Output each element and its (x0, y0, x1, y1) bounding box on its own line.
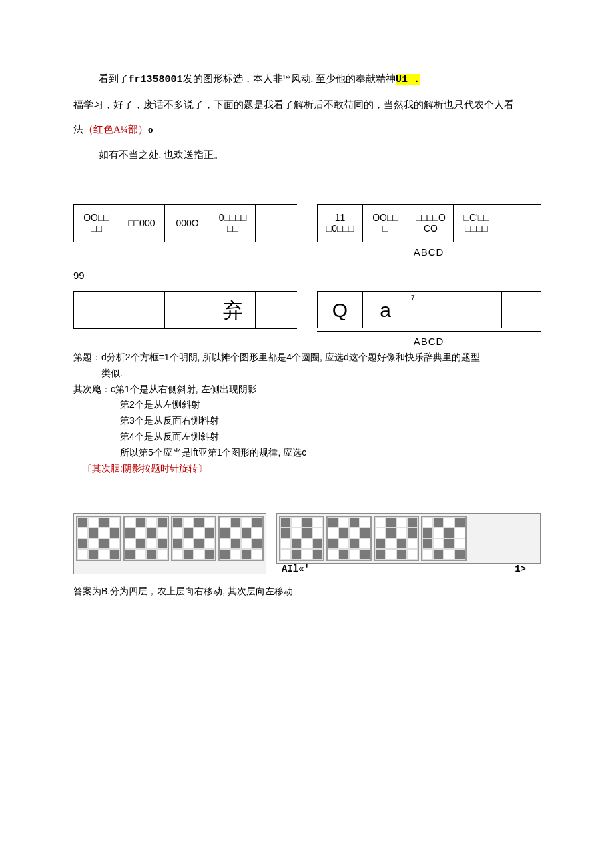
intro-line-4: 如有不当之处. 也欢送指正。 (73, 143, 541, 168)
box (164, 292, 210, 328)
grid (279, 516, 324, 561)
ann-left: AIl«' (282, 564, 310, 574)
abcd-label: ABCD (317, 336, 541, 347)
box: □□□□OCO (408, 205, 453, 242)
grid (374, 516, 419, 561)
analysis-line: 类似. (73, 366, 541, 382)
grid (326, 516, 372, 561)
intro-line-1: 看到了fr1358001发的图形标选，本人非¹*风动. 至少他的奉献精神U1 . (73, 67, 541, 93)
q2-given-boxes: 弃 (73, 291, 297, 329)
box: 7 (408, 292, 456, 331)
box: a (362, 292, 408, 328)
box: 0□□□□□□ (210, 205, 256, 242)
grid (421, 516, 467, 561)
intro-line-2: 福学习，好了，废话不多说了，下面的题是我看了解析后不敢苟同的，当然我的解析也只代… (73, 93, 541, 118)
box (73, 292, 119, 328)
box: Q (317, 292, 362, 328)
abcd-label: ABCD (317, 246, 541, 258)
checker-options (276, 513, 541, 564)
question-row-1: OO□□□□ □□000 000O 0□□□□□□ 11□0□□□ OO□□□ … (73, 204, 541, 258)
txt: o (148, 124, 154, 135)
box: OO□□□□ (73, 205, 119, 242)
username: fr1358001 (129, 74, 183, 85)
q1-given-boxes: OO□□□□ □□000 000O 0□□□□□□ (73, 204, 297, 242)
box: 11□0□□□ (317, 205, 362, 242)
txt: 法 (73, 124, 83, 135)
ann-right: 1> (515, 564, 526, 574)
box: □C'□□□□□□ (453, 205, 499, 242)
box: OO□□□ (362, 205, 408, 242)
grid (218, 516, 264, 561)
question-number-99: 99 (73, 270, 541, 281)
q2-option-boxes: Q a 7 (317, 291, 541, 332)
red-note: （红色A¼部） (83, 124, 148, 135)
analysis-line: 第2个是从左恻斜射 (73, 397, 541, 413)
analysis-line: 第4个是从反而左恻斜射 (73, 429, 541, 445)
analysis-line: 所以第5个应当是lft亚第1个图形的规律, 应选c (73, 445, 541, 461)
analysis-block: 第题：d分析2个方框=1个明阴, 所以摊个图形里都是4个圆圈, 应选d这个题好像… (73, 350, 541, 476)
box: 000O (164, 205, 210, 242)
grid (76, 516, 121, 561)
txt: 发的图形标选，本人非¹*风动. 至少他的奉献精神 (183, 73, 396, 84)
grid (123, 516, 169, 561)
analysis-line: 其次飑：c第1个是从右侧斜射, 左侧出现阴影 (73, 382, 541, 398)
checker-grids-row: AIl«' 1> (73, 513, 541, 574)
checker-given (73, 513, 266, 574)
grid-annotation: AIl«' 1> (276, 564, 541, 574)
grid (171, 516, 216, 561)
question-row-2: 弃 Q a 7 ABCD (73, 291, 541, 347)
answer-b-text: 答案为B.分为四层，农上层向右移动, 其次层向左移动 (73, 584, 541, 600)
txt: 看到了 (99, 73, 129, 84)
box: 弃 (210, 292, 256, 328)
box: □□000 (119, 205, 164, 242)
highlight-u1: U1 . (396, 74, 420, 85)
q1-option-boxes: 11□0□□□ OO□□□ □□□□OCO □C'□□□□□□ (317, 204, 541, 242)
intro-line-3: 法（红色A¼部）o (73, 117, 541, 143)
analysis-line: 第题：d分析2个方框=1个明阴, 所以摊个图形里都是4个圆圈, 应选d这个题好像… (73, 350, 541, 366)
analysis-line: 第3个是从反面右恻料射 (73, 413, 541, 429)
analysis-red-note: 〔其次胭:阴影按题时针旋转〕 (73, 461, 541, 477)
box (456, 292, 502, 328)
box (119, 292, 164, 328)
